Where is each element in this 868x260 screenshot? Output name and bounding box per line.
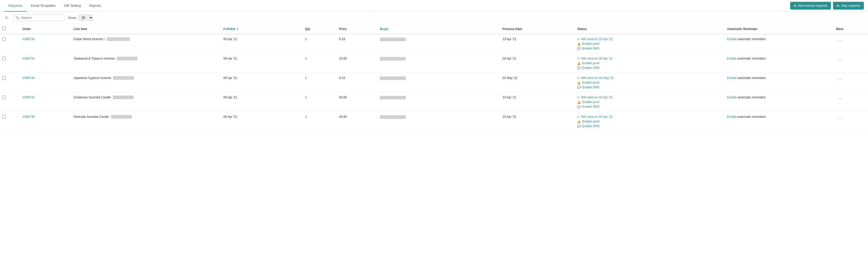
row-checkbox[interactable] <box>2 96 6 99</box>
row-line-item: Teakwood & Tobacco Incense <box>71 53 221 73</box>
reminder-text: automatic reminders <box>738 37 766 41</box>
push-icon: 🔔 <box>577 81 581 84</box>
row-checkbox[interactable] <box>2 76 6 80</box>
table-row: #398742 Cinderose Scented Candle 09 Apr … <box>0 92 868 112</box>
row-automatic-reminder: Enable automatic reminders <box>725 112 834 131</box>
row-buyer <box>378 53 500 73</box>
row-checkbox-cell <box>0 112 21 131</box>
status-push-link[interactable]: Enable push <box>582 42 599 46</box>
tab-email-templates[interactable]: Email Templates <box>27 0 60 12</box>
search-input[interactable] <box>21 16 62 20</box>
add-manual-requests-button[interactable]: ⊕ Add manual requests <box>790 2 831 9</box>
status-email-link[interactable]: Will send on 23 Apr '21 <box>581 96 613 99</box>
row-buyer <box>378 112 500 131</box>
row-qty: 1 <box>303 53 337 73</box>
more-button[interactable]: ··· <box>836 37 845 44</box>
status-push-link[interactable]: Enable push <box>582 100 599 104</box>
row-fulfilled: 09 Apr '21 <box>221 34 303 53</box>
tab-ab-testing[interactable]: A/B Testing <box>60 0 85 12</box>
row-order: #398734 <box>21 34 71 53</box>
buyer-redacted <box>380 115 406 119</box>
row-order: #398738 <box>21 112 71 131</box>
order-link[interactable]: #398734 <box>23 37 35 41</box>
more-button[interactable]: ··· <box>836 76 845 83</box>
sms-icon: 💬 <box>577 86 581 89</box>
buyer-redacted <box>380 57 406 61</box>
status-email-link[interactable]: Will send on 03 May '21 <box>581 76 614 80</box>
row-buyer <box>378 34 500 53</box>
more-button[interactable]: ··· <box>836 115 845 121</box>
status-sms-link[interactable]: Enable SMS <box>582 124 599 128</box>
select-all-checkbox[interactable] <box>2 27 6 30</box>
row-line-item: Cedar Wood Incense I <box>71 34 221 53</box>
row-more: ··· <box>834 112 868 131</box>
refresh-button[interactable]: ↻ <box>4 14 9 21</box>
more-button[interactable]: ··· <box>836 57 845 63</box>
status-push-link[interactable]: Enable push <box>582 61 599 65</box>
line-item-name: Cedar Wood Incense I <box>74 37 104 41</box>
push-icon: 🔔 <box>577 101 581 104</box>
sms-icon: 💬 <box>577 47 581 50</box>
more-button[interactable]: ··· <box>836 96 845 102</box>
row-checkbox[interactable] <box>2 37 6 41</box>
row-more: ··· <box>834 53 868 73</box>
sms-icon: 💬 <box>577 124 581 128</box>
status-sms-link[interactable]: Enable SMS <box>582 66 599 70</box>
table-row: #398738 Gertrude Scented Candle 09 Apr '… <box>0 112 868 131</box>
row-status: ✉ Will send on 03 May '21 🔔 Enable push … <box>575 73 725 92</box>
buyer-redacted <box>380 96 406 100</box>
row-checkbox[interactable] <box>2 57 6 60</box>
row-automatic-reminder: Enable automatic reminders <box>725 53 834 73</box>
status-sms-link[interactable]: Enable SMS <box>582 85 599 89</box>
sms-icon: 💬 <box>577 66 581 70</box>
status-sms-link[interactable]: Enable SMS <box>582 47 599 50</box>
reminder-enable-link[interactable]: Enable <box>727 115 737 119</box>
header-buyer: Buyer <box>378 24 500 34</box>
tab-reports[interactable]: Reports <box>85 0 105 12</box>
reminder-enable-link[interactable]: Enable <box>727 37 737 41</box>
reminder-enable-link[interactable]: Enable <box>727 76 737 80</box>
skip-requests-button[interactable]: ⏭ Skip requests <box>833 2 864 9</box>
line-item-name: Gertrude Scented Candle <box>74 115 109 119</box>
row-fulfilled: 09 Apr '21 <box>221 53 303 73</box>
status-email-link[interactable]: Will send on 23 Apr '21 <box>581 115 613 119</box>
tab-requests[interactable]: Requests <box>4 0 27 12</box>
row-more: ··· <box>834 73 868 92</box>
row-price: 8.33 <box>337 73 378 92</box>
row-checkbox[interactable] <box>2 115 6 119</box>
status-email-link[interactable]: Will send on 23 Apr '21 <box>581 37 613 41</box>
order-link[interactable]: #398734 <box>23 76 35 80</box>
status-email-link[interactable]: Will send on 28 Apr '21 <box>581 57 613 60</box>
header-qty: Qty <box>303 24 337 34</box>
row-qty: 1 <box>303 112 337 131</box>
line-item-redacted <box>113 76 134 80</box>
order-link[interactable]: #398742 <box>23 96 35 99</box>
row-fulfilled: 09 Apr '21 <box>221 112 303 131</box>
table-wrap: Order Line Item Fulfilled ▼ Qty Price Bu… <box>0 24 868 131</box>
header-process-date: Process Date <box>500 24 576 34</box>
row-qty: 1 <box>303 92 337 112</box>
row-process-date: 23 Apr '21 <box>500 92 576 112</box>
row-more: ··· <box>834 92 868 112</box>
row-process-date: 28 Apr '21 <box>500 53 576 73</box>
row-order: #398734 <box>21 53 71 73</box>
search-wrap: 🔍 <box>13 14 65 21</box>
order-link[interactable]: #398738 <box>23 115 35 119</box>
row-checkbox-cell <box>0 34 21 53</box>
reminder-enable-link[interactable]: Enable <box>727 57 737 60</box>
header-fulfilled[interactable]: Fulfilled ▼ <box>221 24 303 34</box>
status-push-link[interactable]: Enable push <box>582 120 599 123</box>
row-price: 8.33 <box>337 34 378 53</box>
status-push-link[interactable]: Enable push <box>582 81 599 84</box>
show-select[interactable]: 10 25 50 100 <box>79 14 93 21</box>
order-link[interactable]: #398734 <box>23 57 35 60</box>
sort-icon: ▼ <box>236 28 239 31</box>
reminder-enable-link[interactable]: Enable <box>727 96 737 99</box>
status-sms-link[interactable]: Enable SMS <box>582 105 599 109</box>
email-icon: ✉ <box>577 96 580 99</box>
table-row: #398734 Japanese Cypress Incense 09 Apr … <box>0 73 868 92</box>
row-fulfilled: 09 Apr '21 <box>221 92 303 112</box>
requests-table: Order Line Item Fulfilled ▼ Qty Price Bu… <box>0 24 868 131</box>
row-order: #398742 <box>21 92 71 112</box>
tab-actions: ⊕ Add manual requests ⏭ Skip requests <box>790 2 864 9</box>
